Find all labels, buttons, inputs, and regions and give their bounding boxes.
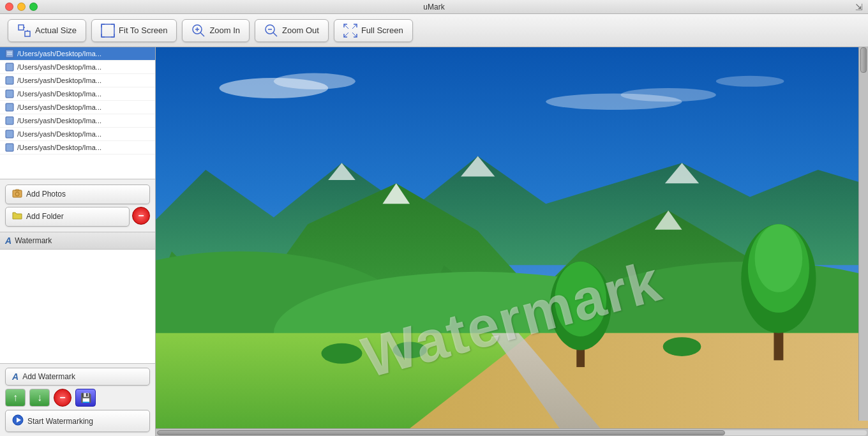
svg-point-60	[663, 337, 701, 356]
add-watermark-button[interactable]: A Add Watermark	[5, 368, 150, 386]
svg-rect-17	[7, 52, 12, 53]
list-item[interactable]: /Users/yash/Desktop/Ima...	[0, 128, 155, 141]
svg-rect-19	[6, 63, 13, 71]
scrollbar-thumb[interactable]	[157, 430, 725, 435]
scrollbar-track	[157, 430, 867, 435]
start-watermarking-label: Start Watermarking	[27, 417, 93, 426]
remove-folder-button[interactable]: −	[132, 207, 150, 225]
file-path: /Users/yash/Desktop/Ima...	[17, 77, 101, 84]
add-folder-row: Add Folder −	[5, 207, 150, 227]
svg-point-35	[621, 88, 716, 101]
move-up-button[interactable]: ↑	[5, 389, 26, 407]
fit-to-screen-button[interactable]: Fit To Screen	[91, 19, 177, 42]
svg-rect-23	[6, 117, 13, 124]
svg-rect-25	[6, 144, 13, 151]
add-folder-label: Add Folder	[26, 212, 64, 221]
full-screen-button[interactable]: Full Screen	[334, 19, 413, 42]
preview-image: Watermark	[156, 47, 868, 428]
add-photos-label: Add Photos	[26, 190, 66, 199]
list-item[interactable]: /Users/yash/Desktop/Ima...	[0, 87, 155, 101]
add-photos-button[interactable]: Add Photos	[5, 184, 150, 204]
scrollbar-thumb[interactable]	[860, 47, 867, 73]
svg-rect-24	[6, 130, 13, 138]
watermark-list[interactable]	[0, 250, 155, 364]
svg-point-33	[274, 73, 355, 90]
list-item[interactable]: /Users/yash/Desktop/Ima...	[0, 47, 155, 61]
full-screen-icon	[343, 24, 357, 38]
main-content: /Users/yash/Desktop/Ima... /Users/yash/D…	[0, 47, 868, 436]
svg-point-57	[755, 224, 803, 292]
app-title: uMark	[423, 3, 444, 11]
minimize-button[interactable]	[17, 3, 26, 11]
watermark-header-icon: A	[5, 236, 11, 246]
vertical-scrollbar[interactable]	[858, 47, 868, 421]
svg-rect-28	[15, 190, 19, 191]
svg-rect-20	[6, 77, 13, 84]
svg-point-58	[322, 343, 363, 364]
list-item[interactable]: /Users/yash/Desktop/Ima...	[0, 141, 155, 154]
resize-icon: ⇲	[855, 2, 863, 12]
file-icon	[5, 116, 14, 125]
move-down-button[interactable]: ↓	[29, 389, 50, 407]
sidebar-actions: Add Photos Add Folder −	[0, 179, 155, 232]
add-watermark-label: Add Watermark	[22, 372, 75, 381]
landscape-scene	[156, 47, 868, 428]
svg-line-15	[352, 33, 357, 37]
zoom-out-label: Zoom Out	[282, 26, 319, 35]
file-path: /Users/yash/Desktop/Ima...	[17, 90, 101, 98]
watermark-header-label: Watermark	[15, 236, 52, 245]
list-item[interactable]: /Users/yash/Desktop/Ima...	[0, 74, 155, 87]
add-photos-icon	[12, 188, 22, 200]
zoom-in-label: Zoom In	[209, 26, 240, 35]
zoom-out-button[interactable]: Zoom Out	[255, 19, 329, 42]
delete-watermark-button[interactable]: −	[54, 389, 71, 407]
svg-rect-21	[6, 90, 13, 98]
actual-size-icon	[17, 24, 31, 38]
svg-line-11	[273, 33, 277, 36]
zoom-in-button[interactable]: Zoom In	[182, 19, 250, 42]
file-icon	[5, 130, 14, 139]
file-path: /Users/yash/Desktop/Ima...	[17, 117, 101, 124]
horizontal-scrollbar[interactable]	[156, 428, 868, 436]
svg-rect-1	[25, 31, 30, 36]
file-path: /Users/yash/Desktop/Ima...	[17, 130, 101, 138]
actual-size-button[interactable]: Actual Size	[8, 19, 86, 42]
list-item[interactable]: /Users/yash/Desktop/Ima...	[0, 114, 155, 128]
full-screen-label: Full Screen	[361, 26, 403, 35]
start-watermarking-button[interactable]: Start Watermarking	[5, 410, 150, 432]
file-icon	[5, 103, 14, 112]
window-controls	[5, 3, 38, 11]
svg-rect-22	[6, 103, 13, 111]
zoom-out-icon	[264, 24, 278, 38]
file-icon	[5, 76, 14, 85]
save-button[interactable]: 💾	[75, 389, 96, 407]
add-folder-button[interactable]: Add Folder	[5, 207, 130, 227]
file-path: /Users/yash/Desktop/Ima...	[17, 103, 101, 111]
sidebar: /Users/yash/Desktop/Ima... /Users/yash/D…	[0, 47, 156, 436]
file-path: /Users/yash/Desktop/Ima...	[17, 63, 101, 71]
watermark-section: A Watermark	[0, 232, 155, 364]
svg-line-8	[200, 33, 204, 36]
actual-size-label: Actual Size	[35, 26, 77, 35]
zoom-in-icon	[191, 24, 206, 38]
close-button[interactable]	[5, 3, 13, 11]
add-folder-icon	[12, 211, 22, 223]
add-watermark-icon: A	[12, 372, 19, 382]
list-item[interactable]: /Users/yash/Desktop/Ima...	[0, 61, 155, 74]
file-icon	[5, 143, 14, 152]
fit-to-screen-icon	[101, 24, 115, 38]
file-list[interactable]: /Users/yash/Desktop/Ima... /Users/yash/D…	[0, 47, 155, 179]
svg-line-12	[344, 24, 348, 29]
order-controls: ↑ ↓ − 💾	[5, 389, 150, 407]
svg-line-14	[344, 33, 348, 37]
start-watermarking-icon	[12, 414, 24, 428]
svg-point-36	[716, 76, 784, 87]
svg-rect-4	[101, 24, 114, 37]
list-item[interactable]: /Users/yash/Desktop/Ima...	[0, 101, 155, 114]
toolbar: Actual Size Fit To Screen Zoom In	[0, 14, 868, 47]
sidebar-bottom: A Add Watermark ↑ ↓ − 💾 Start Watermarki…	[0, 363, 155, 436]
svg-line-13	[352, 24, 357, 29]
svg-rect-18	[7, 54, 12, 55]
maximize-button[interactable]	[29, 3, 38, 11]
preview-area: Watermark	[156, 47, 868, 436]
